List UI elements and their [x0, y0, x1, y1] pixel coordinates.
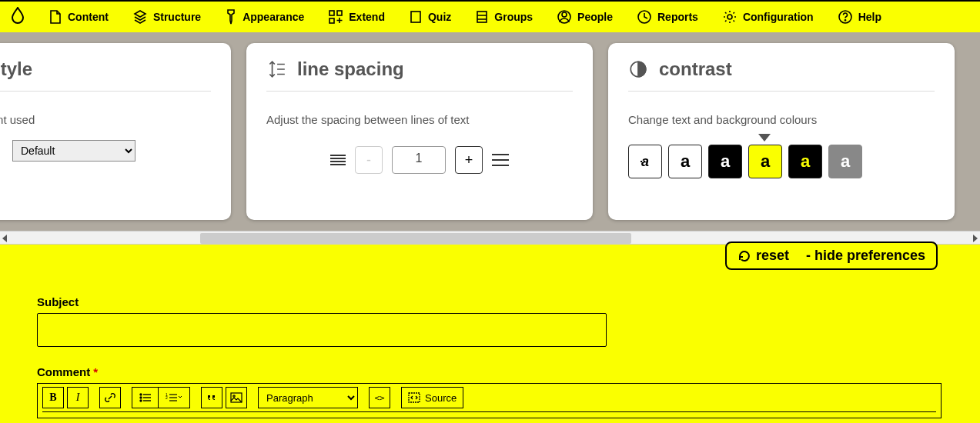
contrast-swatch-yellow[interactable]: a: [748, 145, 782, 178]
nav-groups[interactable]: Groups: [476, 10, 533, 24]
code-button[interactable]: <>: [369, 387, 390, 408]
hide-preferences-button[interactable]: - hide preferences: [806, 248, 925, 264]
nav-label: Reports: [657, 11, 698, 23]
nav-appearance[interactable]: Appearance: [226, 9, 304, 25]
card-contrast: contrast Change text and background colo…: [608, 43, 955, 220]
required-mark: *: [93, 365, 98, 378]
card-line-spacing: line spacing Adjust the spacing between …: [246, 43, 593, 220]
page-content: reset - hide preferences Subject Comment…: [0, 245, 980, 423]
link-button[interactable]: [99, 387, 121, 408]
nav-label: Content: [68, 11, 109, 23]
brand-logo[interactable]: [11, 7, 25, 27]
active-indicator-icon: [758, 134, 771, 142]
increase-spacing-button[interactable]: +: [455, 146, 483, 174]
svg-point-14: [140, 400, 142, 401]
bullet-list-button[interactable]: [132, 387, 158, 408]
svg-point-12: [140, 394, 142, 395]
ordered-list-button[interactable]: 12: [158, 387, 190, 408]
contrast-swatch-auto[interactable]: a: [628, 145, 662, 178]
nav-reports[interactable]: Reports: [637, 10, 698, 24]
editor-body[interactable]: [42, 411, 936, 418]
svg-point-10: [845, 20, 845, 21]
decrease-spacing-button[interactable]: -: [355, 146, 383, 174]
contrast-swatch-white[interactable]: a: [668, 145, 702, 178]
bold-button[interactable]: B: [42, 387, 64, 408]
card-desc: Adjust the spacing between lines of text: [266, 113, 573, 126]
nav-people[interactable]: People: [557, 10, 613, 24]
italic-button[interactable]: I: [67, 387, 89, 408]
admin-toolbar: Content Structure Appearance Extend Quiz…: [0, 0, 980, 32]
nav-label: Configuration: [743, 11, 814, 23]
card-title: ext style: [0, 58, 211, 92]
blockquote-button[interactable]: [201, 387, 222, 408]
card-text-style: ext style e the font used Default: [0, 43, 231, 220]
subject-input[interactable]: [37, 313, 607, 347]
contrast-swatch-black[interactable]: a: [708, 145, 742, 178]
nav-label: Groups: [494, 11, 533, 23]
nav-label: Appearance: [242, 11, 304, 23]
contrast-swatch-gray[interactable]: a: [828, 145, 862, 178]
svg-point-13: [140, 397, 142, 398]
nav-extend[interactable]: Extend: [329, 10, 385, 24]
dense-lines-icon: [330, 153, 346, 167]
svg-rect-0: [329, 11, 334, 15]
spacing-value: 1: [392, 146, 446, 174]
card-desc: Change text and background colours: [628, 113, 935, 126]
contrast-swatch-black-yellow[interactable]: a: [788, 145, 822, 178]
loose-lines-icon: [492, 150, 509, 170]
nav-label: Extend: [349, 11, 385, 23]
font-select[interactable]: Default: [12, 140, 135, 162]
nav-label: Quiz: [428, 11, 451, 23]
image-button[interactable]: [226, 387, 247, 408]
nav-label: Structure: [153, 11, 201, 23]
nav-configuration[interactable]: Configuration: [723, 10, 814, 24]
card-title: contrast: [628, 58, 935, 92]
svg-point-8: [727, 15, 732, 19]
svg-rect-2: [329, 18, 334, 23]
reset-button[interactable]: reset: [738, 248, 789, 264]
svg-rect-1: [337, 11, 342, 15]
svg-text:2: 2: [166, 395, 168, 400]
rich-text-editor: B I 12: [37, 383, 942, 418]
nav-label: People: [577, 11, 613, 23]
svg-point-5: [562, 12, 567, 17]
svg-point-18: [233, 395, 235, 397]
accessibility-cards: ext style e the font used Default line s…: [0, 32, 980, 231]
paragraph-select[interactable]: Paragraph: [258, 387, 358, 408]
nav-structure[interactable]: Structure: [133, 10, 201, 24]
comment-label: Comment *: [37, 365, 943, 378]
svg-rect-3: [411, 12, 420, 22]
card-desc: e the font used: [0, 113, 211, 126]
preferences-bar: reset - hide preferences: [725, 241, 938, 270]
nav-help[interactable]: Help: [838, 10, 881, 24]
card-title: line spacing: [266, 58, 573, 92]
editor-toolbar: B I 12: [38, 384, 941, 411]
nav-label: Help: [858, 11, 881, 23]
svg-rect-4: [477, 12, 487, 22]
nav-quiz[interactable]: Quiz: [410, 10, 451, 24]
source-button[interactable]: Source: [401, 387, 463, 408]
subject-label: Subject: [37, 295, 943, 308]
nav-content[interactable]: Content: [49, 10, 109, 24]
scrollbar-thumb[interactable]: [200, 233, 631, 244]
